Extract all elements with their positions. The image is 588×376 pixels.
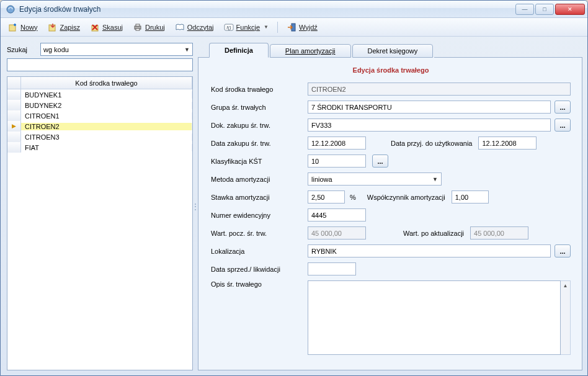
label-opis: Opis śr. trwałego [211, 280, 308, 288]
label-numer: Numer ewidencyjny [211, 212, 308, 219]
svg-rect-5 [136, 24, 140, 26]
right-panel: Definicja Plan amortyzacji Dekret księgo… [198, 43, 582, 370]
app-window: Edycja środków trwałych — □ ✕ Nowy Zapis… [0, 0, 588, 376]
tab-definicja[interactable]: Definicja [209, 43, 269, 58]
label-metoda: Metoda amortyzacji [211, 176, 308, 183]
svg-rect-6 [136, 29, 140, 30]
table-row[interactable]: FIAT [7, 142, 192, 153]
label-dok: Dok. zakupu śr. trw. [211, 122, 308, 129]
maximize-button[interactable]: □ [535, 4, 554, 15]
svg-text:f(): f() [226, 25, 231, 30]
splitter[interactable] [193, 43, 198, 370]
toolbar-separator [277, 22, 278, 33]
row-indicator [7, 100, 21, 110]
label-data-uzytkowania: Data przyj. do użytkowania [385, 140, 478, 147]
save-icon [48, 22, 58, 32]
textarea-scrollbar[interactable]: ▲ [561, 280, 571, 355]
table-row[interactable]: CITROEN3 [7, 132, 192, 142]
svg-point-0 [7, 6, 14, 13]
app-icon [6, 4, 16, 14]
field-wart-akt: 45 000,00 [470, 226, 528, 239]
combo-metoda[interactable]: liniowa ▼ [308, 172, 442, 186]
row-code: BUDYNEK1 [21, 91, 192, 99]
grid-header: Kod środka trwałego [7, 77, 192, 89]
label-klasyfikacja: Klasyfikacja KŚT [211, 158, 308, 165]
label-kod: Kod środka trwałego [211, 86, 308, 93]
delete-icon [90, 22, 100, 32]
read-button[interactable]: Odczytaj [171, 21, 218, 34]
field-data-likwidacji[interactable] [308, 262, 356, 275]
main-area: Szukaj wg kodu ▼ Kod środka trwałego BUD… [1, 37, 587, 375]
table-row[interactable]: BUDYNEK2 [7, 100, 192, 110]
field-data-zakupu[interactable]: 12.12.2008 [308, 137, 366, 150]
field-wspolczynnik[interactable]: 1,00 [452, 190, 489, 204]
grid-code-header[interactable]: Kod środka trwałego [21, 77, 192, 89]
row-indicator [7, 89, 21, 100]
field-data-uzytkowania[interactable]: 12.12.2008 [478, 137, 537, 150]
search-mode-combo[interactable]: wg kodu ▼ [40, 43, 193, 56]
minimize-button[interactable]: — [515, 4, 534, 15]
field-grupa[interactable]: 7 ŚRODKI TRANSPORTU [308, 101, 551, 114]
label-data-zakupu: Data zakupu śr. trw. [211, 140, 308, 147]
field-kod: CITROEN2 [308, 83, 571, 96]
field-opis[interactable] [308, 280, 561, 355]
label-wart-pocz: Wart. pocz. śr. trw. [211, 230, 308, 237]
field-stawka[interactable]: 2,50 [308, 190, 345, 204]
tab-dekret-ksiegowy[interactable]: Dekret księgowy [352, 44, 434, 58]
new-icon [8, 22, 18, 32]
label-grupa: Grupa śr. trwałych [211, 104, 308, 111]
delete-button[interactable]: Skasuj [86, 21, 127, 34]
window-controls: — □ ✕ [515, 4, 585, 15]
table-row[interactable]: BUDYNEK1 [7, 89, 192, 100]
table-row[interactable]: CITROEN2 [7, 121, 192, 132]
exit-icon [287, 22, 296, 32]
print-button[interactable]: Drukuj [129, 21, 169, 34]
search-row: Szukaj wg kodu ▼ [7, 43, 193, 56]
search-input[interactable] [7, 58, 193, 71]
form-title: Edycja środka trwałego [211, 66, 571, 74]
tab-plan-amortyzacji[interactable]: Plan amortyzacji [270, 44, 351, 58]
lookup-klasyfikacja-button[interactable]: ... [372, 154, 388, 168]
field-lokalizacja[interactable]: RYBNIK [308, 244, 551, 257]
asset-grid[interactable]: Kod środka trwałego BUDYNEK1BUDYNEK2CITR… [7, 76, 193, 370]
save-button[interactable]: Zapisz [44, 21, 84, 34]
grid-indicator-header [7, 77, 21, 89]
label-wart-akt: Wart. po aktualizacji [397, 230, 470, 237]
row-code: CITROEN3 [21, 133, 192, 141]
svg-rect-3 [92, 25, 98, 31]
row-code: CITROEN2 [21, 123, 192, 130]
lookup-grupa-button[interactable]: ... [555, 101, 571, 114]
label-wspolczynnik: Współczynnik amortyzacji [361, 194, 452, 201]
label-data-likwidacji: Data sprzed./ likwidacji [211, 266, 308, 273]
grid-body: BUDYNEK1BUDYNEK2CITROEN1CITROEN2CITROEN3… [7, 89, 192, 153]
search-label: Szukaj [7, 46, 37, 53]
lookup-dok-button[interactable]: ... [555, 119, 571, 132]
book-icon [175, 22, 185, 32]
row-code: CITROEN1 [21, 112, 192, 120]
window-title: Edycja środków trwałych [19, 5, 515, 14]
chevron-down-icon: ▼ [184, 47, 190, 53]
scroll-up-icon[interactable]: ▲ [561, 281, 570, 290]
label-percent: % [345, 194, 361, 201]
dropdown-arrow-icon: ▼ [264, 24, 269, 30]
field-klasyfikacja[interactable]: 10 [308, 154, 366, 168]
field-numer[interactable]: 4445 [308, 208, 366, 222]
label-stawka: Stawka amortyzacji [211, 194, 308, 201]
fx-button[interactable]: f() Funkcje ▼ [220, 21, 272, 34]
row-indicator [7, 121, 21, 132]
tab-content: Edycja środka trwałego Kod środka trwałe… [198, 58, 582, 370]
print-icon [133, 22, 143, 32]
row-indicator [7, 142, 21, 153]
titlebar: Edycja środków trwałych — □ ✕ [1, 1, 587, 18]
table-row[interactable]: CITROEN1 [7, 110, 192, 121]
lookup-lokalizacja-button[interactable]: ... [555, 244, 571, 257]
toolbar: Nowy Zapisz Skasuj Drukuj Odczytaj f() F… [1, 18, 587, 37]
fx-icon: f() [224, 22, 234, 32]
chevron-down-icon: ▼ [432, 176, 438, 182]
row-code: BUDYNEK2 [21, 102, 192, 109]
field-dok[interactable]: FV333 [308, 119, 551, 132]
left-panel: Szukaj wg kodu ▼ Kod środka trwałego BUD… [7, 43, 193, 370]
close-button[interactable]: ✕ [555, 4, 585, 15]
exit-button[interactable]: Wyjdź [283, 21, 321, 34]
new-button[interactable]: Nowy [4, 21, 42, 34]
